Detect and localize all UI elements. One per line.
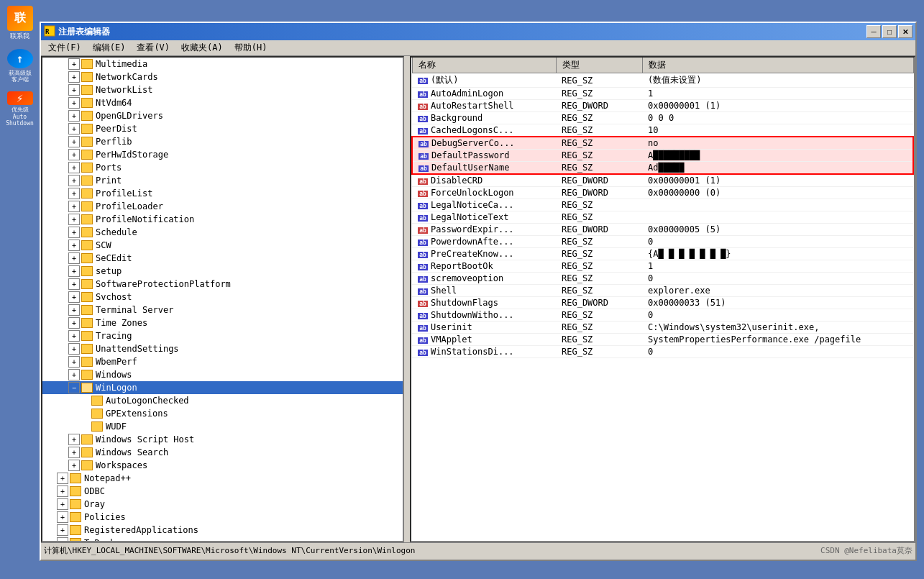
tree-item[interactable]: +ODBC (42, 485, 403, 498)
registry-row[interactable]: abPowerdownAfte...REG_SZ0 (412, 236, 913, 248)
expand-icon[interactable]: + (57, 473, 68, 484)
tree-item[interactable]: +ProfileLoader (42, 200, 403, 213)
registry-row[interactable]: abShellREG_SZexplorer.exe (412, 285, 913, 297)
registry-row[interactable]: abPreCreateKnow...REG_SZ{A█ █ █ █ █ █ █} (412, 248, 913, 260)
expand-icon[interactable]: + (68, 84, 80, 96)
expand-icon[interactable]: + (68, 240, 80, 251)
tree-item[interactable]: +NetworkCards (42, 70, 403, 83)
expand-icon[interactable]: + (57, 498, 68, 510)
tree-item[interactable]: +Multimedia (42, 58, 403, 70)
expand-icon[interactable]: + (68, 136, 80, 147)
registry-row[interactable]: abReportBootOkREG_SZ1 (412, 260, 913, 273)
tree-item[interactable]: +Perflib (42, 135, 403, 148)
expand-icon[interactable]: + (68, 343, 80, 355)
registry-row[interactable]: abDisableCRDREG_DWORD0x00000001 (1) (412, 174, 913, 187)
registry-row[interactable]: ab(默认)REG_SZ(数值未设置) (412, 73, 913, 88)
close-button[interactable]: ✕ (898, 25, 912, 38)
expand-icon[interactable]: + (68, 252, 80, 264)
tree-item[interactable]: +SeCEdit (42, 252, 403, 265)
registry-row[interactable]: abShutdownWitho...REG_SZ0 (412, 309, 913, 322)
tree-item[interactable]: +NetworkList (42, 83, 403, 96)
col-type[interactable]: 类型 (556, 58, 642, 73)
tree-item[interactable]: +Windows Script Host (42, 433, 403, 446)
registry-row[interactable]: abscremoveoptionREG_SZ0 (412, 273, 913, 285)
expand-icon[interactable]: + (68, 265, 80, 277)
expand-icon[interactable]: + (68, 317, 80, 329)
col-data[interactable]: 数据 (642, 58, 913, 73)
tree-item[interactable]: +UnattendSettings (42, 342, 403, 355)
registry-row[interactable]: abCachedLogonsC...REG_SZ10 (412, 124, 913, 137)
tree-item[interactable]: +SoftwareProtectionPlatform (42, 278, 403, 291)
menu-edit[interactable]: 编辑(E) (87, 40, 132, 55)
registry-row[interactable]: abPasswordExpir...REG_DWORD0x00000005 (5… (412, 224, 913, 236)
expand-icon[interactable]: + (68, 123, 80, 135)
expand-icon[interactable]: + (68, 330, 80, 342)
side-icon-1[interactable]: 联 联系我 (3, 6, 37, 40)
tree-item[interactable]: GPExtensions (42, 407, 403, 420)
minimize-button[interactable]: ─ (866, 25, 881, 38)
expand-icon[interactable]: + (68, 110, 80, 122)
menu-help[interactable]: 帮助(H) (229, 40, 273, 55)
expand-icon[interactable]: + (68, 291, 80, 303)
tree-item[interactable]: +Terminal Server (42, 304, 403, 316)
registry-row[interactable]: abVMAppletREG_SZSystemPropertiesPerforma… (412, 334, 913, 346)
tree-item[interactable]: +NtVdm64 (42, 96, 403, 109)
expand-icon[interactable]: + (68, 175, 80, 186)
tree-item[interactable]: +Notepad++ (42, 472, 403, 485)
col-name[interactable]: 名称 (412, 58, 556, 73)
tree-item[interactable]: +SCW (42, 239, 403, 252)
maximize-button[interactable]: □ (882, 25, 897, 38)
tree-item[interactable]: +Windows (42, 368, 403, 381)
registry-row[interactable]: abShutdownFlagsREG_DWORD0x00000033 (51) (412, 297, 913, 309)
registry-row[interactable]: abUserinitREG_SZC:\Windows\system32\user… (412, 322, 913, 334)
registry-row[interactable]: abAutoAdminLogonREG_SZ1 (412, 88, 913, 100)
expand-icon[interactable]: + (68, 369, 80, 380)
registry-row[interactable]: abDefaultPasswordREG_SZA█████████ (412, 150, 913, 162)
tree-item[interactable]: +Print (42, 174, 403, 187)
registry-row[interactable]: abAutoRestartShellREG_DWORD0x00000001 (1… (412, 100, 913, 112)
expand-icon[interactable]: + (68, 162, 80, 173)
tree-item[interactable]: +WbemPerf (42, 355, 403, 368)
expand-icon[interactable]: + (57, 524, 68, 536)
side-icon-3[interactable]: ⚡ 优先级 AutoShutdown (3, 92, 37, 127)
expand-icon[interactable]: + (68, 58, 80, 70)
expand-icon[interactable]: + (68, 149, 80, 160)
expand-icon[interactable]: + (57, 511, 68, 523)
tree-item[interactable]: +Policies (42, 511, 403, 524)
expand-icon[interactable]: + (57, 537, 68, 541)
expand-icon[interactable]: + (68, 304, 80, 316)
registry-row[interactable]: abLegalNoticeTextREG_SZ (412, 211, 913, 224)
tree-item[interactable]: +ProfileList (42, 187, 403, 200)
tree-item[interactable]: WUDF (42, 420, 403, 433)
registry-row[interactable]: abLegalNoticeCa...REG_SZ (412, 199, 913, 211)
expand-icon[interactable]: + (68, 71, 80, 83)
tree-item[interactable]: +ToDesk (42, 537, 403, 541)
tree-item[interactable]: AutoLogonChecked (42, 394, 403, 407)
tree-item[interactable]: +Tracing (42, 329, 403, 342)
side-icon-2[interactable]: ↑ 获高级版客户端 (3, 49, 37, 83)
expand-icon[interactable]: + (68, 278, 80, 290)
expand-icon[interactable]: + (68, 214, 80, 225)
registry-row[interactable]: abBackgroundREG_SZ0 0 0 (412, 112, 913, 124)
tree-item[interactable]: +Windows Search (42, 446, 403, 459)
tree-item[interactable]: +PeerDist (42, 122, 403, 135)
registry-row[interactable]: abForceUnlockLogonREG_DWORD0x00000000 (0… (412, 187, 913, 199)
expand-icon[interactable]: + (68, 201, 80, 212)
tree-item[interactable]: +OpenGLDrivers (42, 109, 403, 122)
tree-item[interactable]: +setup (42, 265, 403, 278)
registry-row[interactable]: abDefaultUserNameREG_SZAd█████ (412, 162, 913, 175)
expand-icon[interactable]: + (68, 447, 80, 458)
tree-item[interactable]: +Schedule (42, 226, 403, 239)
tree-scroll[interactable]: +Multimedia+NetworkCards+NetworkList+NtV… (42, 58, 403, 541)
expand-icon[interactable]: + (68, 97, 80, 109)
expand-icon[interactable]: − (68, 382, 80, 393)
tree-item[interactable]: +ProfileNotification (42, 213, 403, 226)
expand-icon[interactable]: + (68, 356, 80, 368)
menu-favorites[interactable]: 收藏夹(A) (175, 40, 229, 55)
panel-splitter[interactable] (404, 56, 407, 542)
tree-item[interactable]: −WinLogon (42, 381, 403, 394)
tree-item[interactable]: +Ports (42, 161, 403, 174)
expand-icon[interactable]: + (68, 434, 80, 445)
tree-item[interactable]: +Workspaces (42, 459, 403, 472)
registry-row[interactable]: abDebugServerCo...REG_SZno (412, 137, 913, 150)
